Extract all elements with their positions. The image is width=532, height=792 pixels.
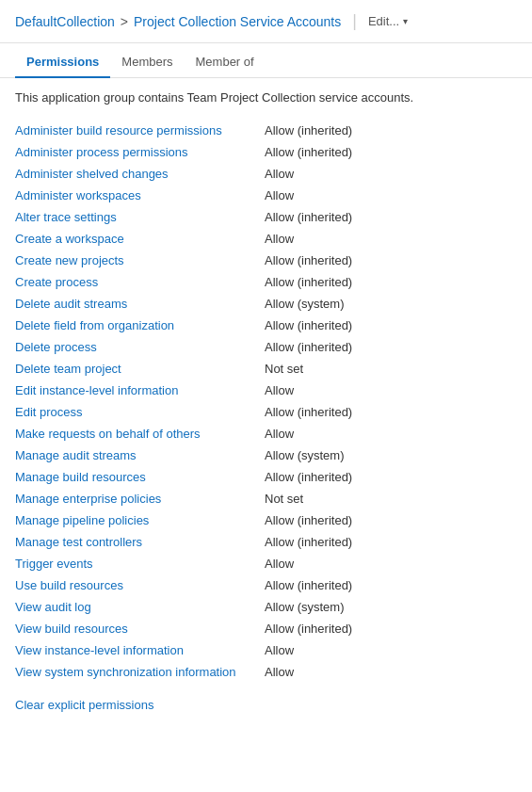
permission-name[interactable]: Create process	[15, 275, 265, 289]
permission-value: Allow (system)	[265, 600, 517, 614]
tabs-container: Permissions Members Member of	[0, 47, 532, 78]
edit-label: Edit...	[368, 14, 399, 28]
table-row: Manage test controllersAllow (inherited)	[15, 531, 517, 553]
table-row: Delete audit streamsAllow (system)	[15, 293, 517, 315]
permission-name[interactable]: Administer workspaces	[15, 188, 265, 202]
breadcrumb-current[interactable]: Project Collection Service Accounts	[134, 14, 341, 29]
permission-name[interactable]: View system synchronization information	[15, 665, 265, 679]
table-row: Administer process permissionsAllow (inh…	[15, 141, 517, 163]
table-row: Use build resourcesAllow (inherited)	[15, 574, 517, 596]
permission-name[interactable]: Manage build resources	[15, 470, 265, 484]
permission-value: Allow (inherited)	[265, 622, 517, 636]
table-row: Create a workspaceAllow	[15, 228, 517, 250]
permission-value: Allow (inherited)	[265, 578, 517, 592]
permission-name[interactable]: Delete field from organization	[15, 318, 265, 332]
permission-value: Not set	[265, 362, 517, 376]
permission-name[interactable]: Manage pipeline policies	[15, 513, 265, 527]
tab-member-of-label: Member of	[196, 55, 254, 69]
permission-name[interactable]: View audit log	[15, 600, 265, 614]
permission-value: Allow (inherited)	[265, 253, 517, 267]
permission-name[interactable]: Manage audit streams	[15, 448, 265, 462]
tab-permissions[interactable]: Permissions	[15, 47, 110, 78]
permission-name[interactable]: Alter trace settings	[15, 210, 265, 224]
permission-name[interactable]: Delete process	[15, 340, 265, 354]
dropdown-arrow-icon: ▾	[403, 16, 408, 26]
permission-value: Allow (inherited)	[265, 513, 517, 527]
permission-value: Allow (inherited)	[265, 405, 517, 419]
breadcrumb-separator: >	[121, 14, 128, 29]
permission-value: Allow	[265, 427, 517, 441]
table-row: Make requests on behalf of othersAllow	[15, 423, 517, 444]
table-row: Manage pipeline policiesAllow (inherited…	[15, 509, 517, 531]
permission-value: Allow (inherited)	[265, 123, 517, 137]
permission-name[interactable]: Delete audit streams	[15, 297, 265, 311]
tab-members[interactable]: Members	[110, 47, 184, 78]
permission-value: Allow (system)	[265, 448, 517, 462]
table-row: Edit processAllow (inherited)	[15, 401, 517, 423]
permission-value: Allow (inherited)	[265, 535, 517, 549]
header-divider: |	[352, 11, 357, 31]
permission-value: Allow	[265, 557, 517, 571]
table-row: Manage audit streamsAllow (system)	[15, 444, 517, 466]
table-row: Edit instance-level informationAllow	[15, 380, 517, 401]
permission-name[interactable]: Administer shelved changes	[15, 167, 265, 181]
permission-name[interactable]: Make requests on behalf of others	[15, 427, 265, 441]
permission-name[interactable]: Manage enterprise policies	[15, 492, 265, 506]
permission-value: Allow	[265, 643, 517, 657]
edit-button[interactable]: Edit... ▾	[368, 14, 408, 28]
permission-name[interactable]: Create a workspace	[15, 232, 265, 246]
permission-name[interactable]: Delete team project	[15, 362, 265, 376]
table-row: Trigger eventsAllow	[15, 553, 517, 574]
permission-name[interactable]: Administer process permissions	[15, 145, 265, 159]
permission-name[interactable]: View instance-level information	[15, 643, 265, 657]
permission-value: Not set	[265, 492, 517, 506]
description: This application group contains Team Pro…	[15, 89, 517, 106]
permission-value: Allow	[265, 383, 517, 397]
breadcrumb: DefaultCollection > Project Collection S…	[15, 14, 341, 29]
permission-value: Allow	[265, 188, 517, 202]
permission-name[interactable]: Use build resources	[15, 578, 265, 592]
permission-name[interactable]: Create new projects	[15, 253, 265, 267]
table-row: View instance-level informationAllow	[15, 639, 517, 661]
clear-explicit-permissions-link[interactable]: Clear explicit permissions	[15, 698, 153, 712]
permission-name[interactable]: Administer build resource permissions	[15, 123, 265, 137]
table-row: View system synchronization informationA…	[15, 661, 517, 683]
permission-name[interactable]: Trigger events	[15, 557, 265, 571]
table-row: View audit logAllow (system)	[15, 596, 517, 618]
table-row: Delete team projectNot set	[15, 358, 517, 380]
tab-members-label: Members	[121, 55, 172, 69]
table-row: Manage build resourcesAllow (inherited)	[15, 466, 517, 488]
table-row: Delete field from organizationAllow (inh…	[15, 315, 517, 336]
permission-value: Allow (inherited)	[265, 340, 517, 354]
table-row: Delete processAllow (inherited)	[15, 336, 517, 358]
permission-value: Allow (inherited)	[265, 275, 517, 289]
permission-name[interactable]: Edit instance-level information	[15, 383, 265, 397]
permission-value: Allow (system)	[265, 297, 517, 311]
table-row: Administer build resource permissionsAll…	[15, 120, 517, 141]
table-row: Create new projectsAllow (inherited)	[15, 250, 517, 271]
table-row: Administer workspacesAllow	[15, 185, 517, 206]
table-row: Alter trace settingsAllow (inherited)	[15, 206, 517, 228]
table-row: View build resourcesAllow (inherited)	[15, 618, 517, 639]
permission-value: Allow (inherited)	[265, 318, 517, 332]
permission-name[interactable]: View build resources	[15, 622, 265, 636]
table-row: Manage enterprise policiesNot set	[15, 488, 517, 509]
permission-value: Allow (inherited)	[265, 210, 517, 224]
tab-permissions-label: Permissions	[26, 55, 99, 69]
permission-value: Allow (inherited)	[265, 470, 517, 484]
tab-member-of[interactable]: Member of	[185, 47, 266, 78]
permission-value: Allow	[265, 232, 517, 246]
permissions-table: Administer build resource permissionsAll…	[15, 120, 517, 683]
content: This application group contains Team Pro…	[0, 78, 532, 723]
permission-value: Allow (inherited)	[265, 145, 517, 159]
breadcrumb-collection[interactable]: DefaultCollection	[15, 14, 115, 29]
permission-value: Allow	[265, 665, 517, 679]
permission-name[interactable]: Manage test controllers	[15, 535, 265, 549]
header: DefaultCollection > Project Collection S…	[0, 0, 532, 43]
table-row: Administer shelved changesAllow	[15, 163, 517, 185]
table-row: Create processAllow (inherited)	[15, 271, 517, 293]
permission-value: Allow	[265, 167, 517, 181]
permission-name[interactable]: Edit process	[15, 405, 265, 419]
